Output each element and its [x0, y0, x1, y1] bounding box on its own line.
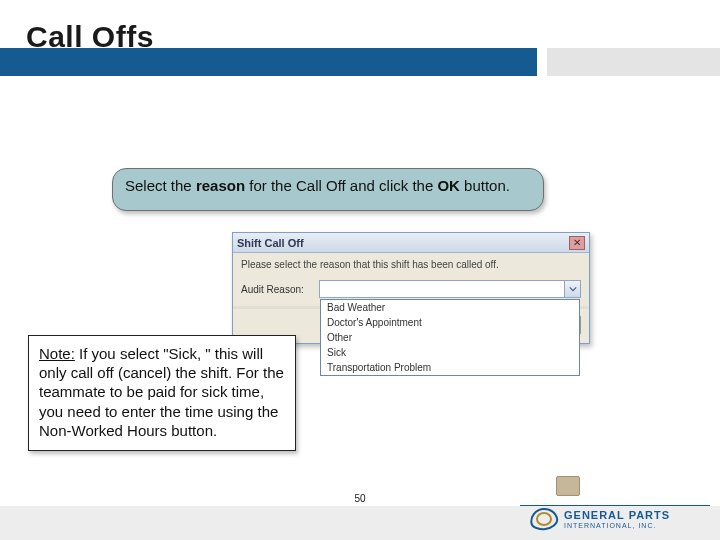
logo-line1: GENERAL PARTS	[564, 510, 670, 521]
dropdown-option[interactable]: Sick	[321, 345, 579, 360]
note-callout: Note: If you select "Sick, " this will o…	[28, 335, 296, 451]
audit-reason-label: Audit Reason:	[241, 284, 313, 295]
page-number: 50	[354, 493, 365, 504]
dialog-body: Please select the reason that this shift…	[233, 253, 589, 306]
company-logo: GENERAL PARTS INTERNATIONAL, INC.	[530, 504, 700, 534]
logo-text: GENERAL PARTS INTERNATIONAL, INC.	[564, 510, 670, 529]
title-bar-blue	[0, 48, 537, 76]
audit-reason-row: Audit Reason: Bad Weather Doctor's Appoi…	[241, 280, 581, 298]
close-icon: ✕	[573, 237, 581, 248]
audit-reason-dropdown-list: Bad Weather Doctor's Appointment Other S…	[320, 299, 580, 376]
logo-mark-icon	[530, 508, 558, 530]
instruction-bold-reason: reason	[196, 177, 245, 194]
dialog-titlebar: Shift Call Off ✕	[233, 233, 589, 253]
note-label: Note:	[39, 345, 75, 362]
instruction-bold-ok: OK	[437, 177, 460, 194]
title-bar-gray	[547, 48, 720, 76]
audit-reason-combobox[interactable]: Bad Weather Doctor's Appointment Other S…	[319, 280, 581, 298]
dropdown-option[interactable]: Bad Weather	[321, 300, 579, 315]
chevron-down-icon	[569, 285, 577, 293]
slide-title-row: Call Offs	[0, 0, 720, 76]
combobox-dropdown-button[interactable]	[564, 281, 580, 297]
shift-call-off-dialog: Shift Call Off ✕ Please select the reaso…	[232, 232, 590, 344]
instruction-callout: Select the reason for the Call Off and c…	[112, 168, 544, 211]
instruction-prefix: Select the	[125, 177, 196, 194]
dropdown-option[interactable]: Transportation Problem	[321, 360, 579, 375]
instruction-mid: for the Call Off and click the	[245, 177, 437, 194]
dialog-close-button[interactable]: ✕	[569, 236, 585, 250]
logo-line2: INTERNATIONAL, INC.	[564, 522, 670, 529]
dropdown-option[interactable]: Other	[321, 330, 579, 345]
dialog-title-text: Shift Call Off	[237, 237, 304, 249]
dropdown-option[interactable]: Doctor's Appointment	[321, 315, 579, 330]
note-body: If you select "Sick, " this will only ca…	[39, 345, 284, 439]
footer-small-icon	[556, 476, 580, 496]
instruction-suffix: button.	[460, 177, 510, 194]
dialog-message: Please select the reason that this shift…	[241, 259, 581, 270]
